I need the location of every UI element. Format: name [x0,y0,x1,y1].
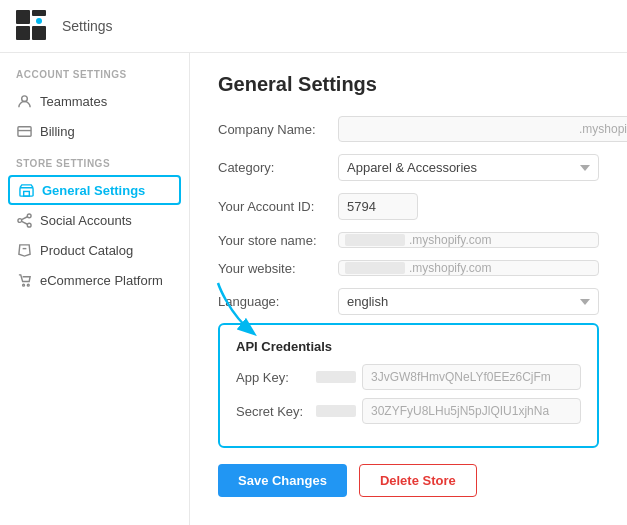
topbar-title: Settings [62,18,113,34]
billing-icon [16,123,32,139]
svg-point-12 [27,223,31,227]
account-id-label: Your Account ID: [218,199,338,214]
person-icon [16,93,32,109]
store-name-row: Your store name: .myshopify.com [218,232,599,248]
catalog-icon [16,242,32,258]
page-title: General Settings [218,73,599,96]
sidebar-item-ecommerce-platform-label: eCommerce Platform [40,273,163,288]
sidebar-item-social-accounts-label: Social Accounts [40,213,132,228]
svg-point-11 [17,218,21,222]
sidebar-item-social-accounts[interactable]: Social Accounts [0,205,189,235]
sidebar-item-general-settings[interactable]: General Settings [8,175,181,205]
sidebar-item-general-settings-label: General Settings [42,183,145,198]
logo-icon [16,10,48,42]
svg-point-10 [27,213,31,217]
app-key-label: App Key: [236,370,316,385]
language-row: Language: english [218,288,599,315]
store-name-control: .myshopify.com [338,232,599,248]
svg-rect-9 [23,191,29,196]
sidebar-item-billing[interactable]: Billing [0,116,189,146]
layout: ACCOUNT SETTINGS Teammates [0,53,627,525]
app-key-value[interactable]: 3JvGW8fHmvQNeLYf0EEz6CjFm [362,364,581,390]
secret-key-control: 30ZYFyU8LHu5jN5pJlQIU1xjhNa [316,398,581,424]
social-icon [16,212,32,228]
svg-point-5 [21,95,27,101]
company-name-input[interactable] [339,117,505,141]
company-name-control: .myshopify.com ▦ [338,116,627,142]
secret-key-row: Secret Key: 30ZYFyU8LHu5jN5pJlQIU1xjhNa [236,398,581,424]
secret-key-value[interactable]: 30ZYFyU8LHu5jN5pJlQIU1xjhNa [362,398,581,424]
svg-line-13 [21,216,27,219]
api-credentials-title: API Credentials [236,339,581,354]
sidebar: ACCOUNT SETTINGS Teammates [0,53,190,525]
sidebar-item-ecommerce-platform[interactable]: eCommerce Platform [0,265,189,295]
website-input-wrapper[interactable]: .myshopify.com [338,260,599,276]
language-control: english [338,288,599,315]
save-changes-button[interactable]: Save Changes [218,464,347,497]
store-name-label: Your store name: [218,233,338,248]
store-section-label: STORE SETTINGS [0,158,189,175]
ecommerce-icon [16,272,32,288]
account-section-label: ACCOUNT SETTINGS [0,69,189,86]
svg-rect-4 [32,26,46,40]
sidebar-item-billing-label: Billing [40,124,75,139]
website-control: .myshopify.com [338,260,599,276]
account-id-control [338,193,599,220]
account-section: ACCOUNT SETTINGS Teammates [0,69,189,146]
store-section: STORE SETTINGS General Settings [0,158,189,295]
app-key-control: 3JvGW8fHmvQNeLYf0EEz6CjFm [316,364,581,390]
category-control: Apparel & Accessories [338,154,599,181]
language-label: Language: [218,294,338,309]
sidebar-item-product-catalog[interactable]: Product Catalog [0,235,189,265]
category-row: Category: Apparel & Accessories [218,154,599,181]
store-icon [18,182,34,198]
logo [16,10,48,42]
api-credentials-box: API Credentials App Key: 3JvGW8fHmvQNeLY… [218,323,599,448]
store-name-input-wrapper[interactable]: .myshopify.com [338,232,599,248]
website-label: Your website: [218,261,338,276]
company-name-input-wrapper[interactable]: .myshopify.com ▦ [338,116,627,142]
category-label: Category: [218,160,338,175]
action-row: Save Changes Delete Store [218,464,599,497]
account-id-row: Your Account ID: [218,193,599,220]
category-select[interactable]: Apparel & Accessories [338,154,599,181]
svg-line-14 [21,221,27,224]
svg-point-16 [22,284,24,286]
sidebar-item-teammates[interactable]: Teammates [0,86,189,116]
svg-rect-3 [16,26,30,40]
api-section-container: API Credentials App Key: 3JvGW8fHmvQNeLY… [218,323,599,448]
delete-store-button[interactable]: Delete Store [359,464,477,497]
language-select[interactable]: english [338,288,599,315]
account-id-input[interactable] [338,193,418,220]
svg-rect-0 [16,10,30,24]
sidebar-item-teammates-label: Teammates [40,94,107,109]
secret-key-label: Secret Key: [236,404,316,419]
svg-point-2 [36,18,42,24]
svg-point-17 [27,284,29,286]
app-key-row: App Key: 3JvGW8fHmvQNeLYf0EEz6CjFm [236,364,581,390]
main-content: General Settings Company Name: .myshopif… [190,53,627,525]
company-name-row: Company Name: .myshopify.com ▦ [218,116,599,142]
svg-rect-1 [32,10,46,16]
svg-rect-6 [17,126,30,135]
company-name-label: Company Name: [218,122,338,137]
sidebar-item-product-catalog-label: Product Catalog [40,243,133,258]
website-row: Your website: .myshopify.com [218,260,599,276]
topbar: Settings [0,0,627,53]
